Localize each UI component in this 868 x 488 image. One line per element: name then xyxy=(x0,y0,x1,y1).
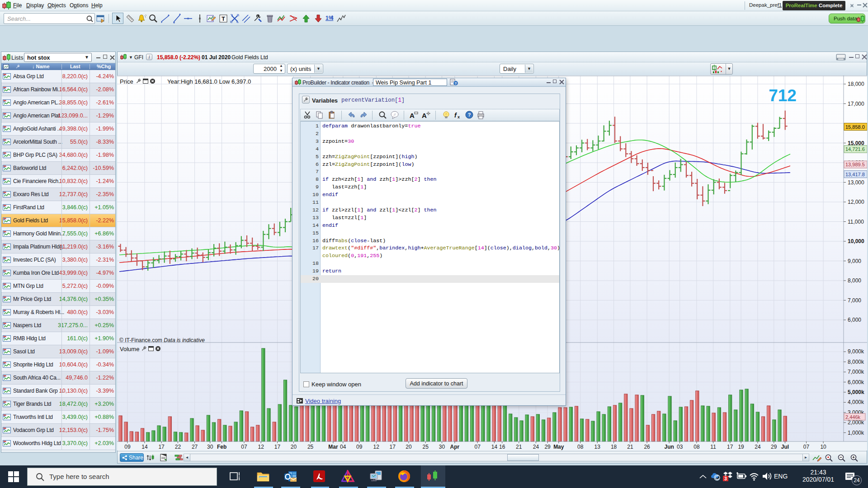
svg-text:20: 20 xyxy=(291,444,297,450)
svg-text:5,000k: 5,000k xyxy=(848,389,864,395)
svg-text:14: 14 xyxy=(142,444,148,450)
svg-text:30: 30 xyxy=(439,444,445,450)
svg-text:12: 12 xyxy=(258,444,264,450)
svg-text:26: 26 xyxy=(644,444,650,450)
svg-text:07: 07 xyxy=(475,444,481,450)
svg-text:7,000: 7,000 xyxy=(848,297,861,304)
svg-text:19: 19 xyxy=(738,444,744,450)
svg-text:T: T xyxy=(222,15,225,22)
svg-text:15,858.0: 15,858.0 xyxy=(845,124,865,130)
svg-text:712: 712 xyxy=(769,86,797,105)
svg-text:13,000: 13,000 xyxy=(848,179,864,186)
svg-text:13: 13 xyxy=(594,444,601,450)
svg-text:17,000: 17,000 xyxy=(848,101,864,107)
svg-text:08: 08 xyxy=(577,444,584,450)
svg-text:09: 09 xyxy=(356,444,363,450)
svg-text:7,000k: 7,000k xyxy=(848,369,864,375)
svg-text:22: 22 xyxy=(175,444,181,450)
svg-text:25: 25 xyxy=(423,444,429,450)
svg-text:17: 17 xyxy=(390,444,396,450)
svg-text:11: 11 xyxy=(710,444,716,450)
svg-text:9,000k: 9,000k xyxy=(848,348,864,355)
svg-text:15,000: 15,000 xyxy=(848,140,864,146)
svg-text:6,000k: 6,000k xyxy=(848,379,864,385)
svg-text:16: 16 xyxy=(499,444,505,450)
svg-text:13,417.8: 13,417.8 xyxy=(845,172,865,177)
svg-text:13,989.5: 13,989.5 xyxy=(845,162,865,167)
svg-text:Volume: Volume xyxy=(120,346,139,352)
svg-text:10,000: 10,000 xyxy=(848,238,864,244)
svg-text:Jul: Jul xyxy=(781,444,789,450)
svg-text:14: 14 xyxy=(491,444,498,450)
svg-text:Feb: Feb xyxy=(217,444,226,450)
svg-text:?: ? xyxy=(455,81,457,85)
svg-text:18,000: 18,000 xyxy=(848,81,864,87)
svg-text:Price: Price xyxy=(120,78,133,85)
svg-text:10: 10 xyxy=(820,444,826,450)
svg-text:11,000: 11,000 xyxy=(848,219,864,225)
svg-text:21: 21 xyxy=(627,444,633,450)
svg-text:12,000: 12,000 xyxy=(848,199,864,205)
svg-text:07: 07 xyxy=(803,444,810,450)
svg-text:25: 25 xyxy=(307,444,314,450)
svg-text:?: ? xyxy=(468,112,471,117)
svg-text:A: A xyxy=(422,112,427,119)
svg-text:© IT-Finance.com Data is indic: © IT-Finance.com Data is indicative xyxy=(119,337,205,343)
svg-text:A: A xyxy=(410,112,415,119)
svg-text:03: 03 xyxy=(677,444,683,450)
svg-text:30: 30 xyxy=(207,444,213,450)
svg-text:12: 12 xyxy=(373,444,380,450)
svg-text:x: x xyxy=(458,115,460,119)
svg-text:17: 17 xyxy=(274,444,281,450)
svg-text:Mar: Mar xyxy=(328,444,338,450)
svg-text:29: 29 xyxy=(544,444,551,450)
svg-text:14,721.6: 14,721.6 xyxy=(845,146,865,152)
svg-text:Year:High 16,681.0 Low 6,397.0: Year:High 16,681.0 Low 6,397.0 xyxy=(167,78,251,85)
svg-text:20: 20 xyxy=(406,444,412,450)
svg-text:9,000: 9,000 xyxy=(848,258,861,264)
svg-text:21: 21 xyxy=(516,444,522,450)
svg-text:3: 3 xyxy=(724,476,727,481)
svg-text:Apr: Apr xyxy=(450,444,460,450)
svg-text:2,446k: 2,446k xyxy=(845,414,861,420)
svg-text:04: 04 xyxy=(340,444,346,450)
svg-text:4,000k: 4,000k xyxy=(848,399,864,405)
svg-text://: // xyxy=(393,113,396,117)
svg-text:09: 09 xyxy=(124,444,131,450)
svg-text:18: 18 xyxy=(611,444,617,450)
svg-text:29: 29 xyxy=(771,444,777,450)
svg-text:8,000: 8,000 xyxy=(848,277,861,284)
svg-text:6,000: 6,000 xyxy=(848,317,861,323)
svg-text:17: 17 xyxy=(727,444,733,450)
svg-text:8,000k: 8,000k xyxy=(848,359,864,365)
svg-text:07: 07 xyxy=(241,444,247,450)
svg-text:f: f xyxy=(454,112,457,119)
svg-text:27: 27 xyxy=(192,444,198,450)
svg-text:24: 24 xyxy=(533,444,539,450)
svg-text:24: 24 xyxy=(755,444,761,450)
svg-text:Jun: Jun xyxy=(665,444,674,450)
svg-text:1,000k: 1,000k xyxy=(848,430,864,436)
svg-text:May: May xyxy=(553,444,564,450)
svg-text:17: 17 xyxy=(158,444,165,450)
svg-text:08: 08 xyxy=(693,444,700,450)
